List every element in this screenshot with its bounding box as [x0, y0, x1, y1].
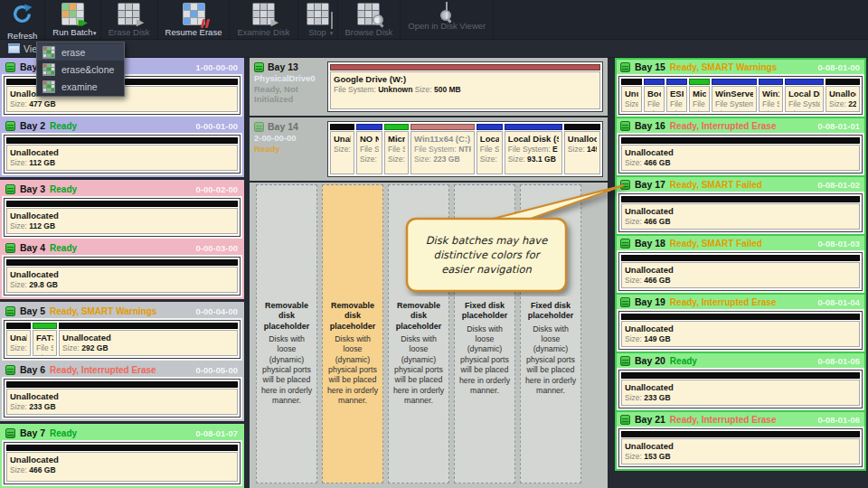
bay-panel-bay-21[interactable]: Bay 21Ready, Interrupted Erase0-08-01-06… [617, 412, 864, 469]
bay-panel-bay-14[interactable]: Bay 142-00-00-00ReadyUnalSize:NO NFile S… [250, 117, 608, 181]
bay-panel-bay-6[interactable]: Bay 6Ready, Interrupted Erase0-00-05-00U… [2, 362, 242, 419]
partition-box[interactable]: UnallocatedSize: 233 GB [621, 380, 860, 406]
partition[interactable]: Local Disk (S:File System: ESize: 93.1 G… [505, 124, 562, 174]
toolbar-button-browse-disk[interactable]: Browse Disk [338, 0, 401, 39]
bay-header[interactable]: Bay 20Ready0-08-01-05 [617, 353, 864, 368]
partition-box[interactable]: UnuSize [621, 86, 642, 112]
toolbar-button-refresh[interactable]: Refresh [0, 0, 45, 39]
partition-box[interactable]: FAT3File SSize: [33, 330, 57, 356]
partition[interactable]: UnallocatedSize: 29.8 GB [6, 259, 238, 293]
partition[interactable]: UnallocatedSize: 466 GB [621, 255, 860, 288]
bay-header[interactable]: Bay 19Ready, Interrupted Erase0-08-01-04 [617, 295, 864, 309]
partition[interactable]: UnalSize: [330, 124, 354, 174]
partition[interactable]: UnallocatedSize: 466 GB [6, 445, 238, 482]
bay-header[interactable]: Bay 18Ready, SMART Failed0-08-01-03 [617, 236, 864, 250]
partition[interactable]: UnallocatedSize: 149 GB [564, 124, 600, 174]
bay-header[interactable]: Bay 6Ready, Interrupted Erase0-00-05-00 [2, 362, 242, 377]
partition-box[interactable]: UnallocatedSize: 149 GB [621, 321, 860, 347]
partition[interactable]: WinServer2File System:Size: 97.1 G [712, 79, 757, 112]
bay-panel-bay-18[interactable]: Bay 18Ready, SMART Failed0-08-01-03Unall… [617, 236, 864, 293]
partition[interactable]: UnallocatedSize: 466 GB [621, 137, 860, 171]
partition[interactable]: ESPFileSize [666, 79, 687, 112]
bay-panel-bay-15[interactable]: Bay 15Ready, SMART Warnings0-08-01-00Unu… [617, 60, 864, 117]
bay-panel-bay-5[interactable]: Bay 5Ready, SMART Warnings0-00-04-00Unal… [2, 304, 242, 361]
partition-box[interactable]: UnallocatedSize: 466 GB [621, 145, 860, 171]
bay-panel-bay-13[interactable]: Bay 13PhysicalDrive0Ready, Not Initializ… [250, 58, 608, 116]
partition[interactable]: UnallocatedSize: 153 GB [621, 431, 860, 465]
partition[interactable]: FAT3File SSize: [33, 323, 57, 356]
partition-box[interactable]: MicFileSize [689, 86, 710, 112]
partition[interactable]: UnallocatedSize: 112 GB [6, 137, 238, 171]
bay-header[interactable]: Bay 21Ready, Interrupted Erase0-08-01-06 [617, 412, 864, 427]
partition-box[interactable]: MicrFile SSize: [384, 131, 409, 174]
partition-box[interactable]: Google Drive (W:)File System: Unknown Si… [330, 71, 600, 109]
partition-box[interactable]: Local Disk (S:File System: ESize: 93.1 G… [505, 131, 562, 174]
partition[interactable]: UnallocatedSize: 466 GB [621, 196, 860, 230]
partition-box[interactable]: UnallocatedSize: 112 GB [6, 208, 238, 234]
toolbar-button-open-in-disk-viewer[interactable]: Open in Disk Viewer [401, 0, 494, 39]
bay-header[interactable]: Bay 4Ready0-00-03-00 [2, 240, 242, 255]
partition-box[interactable]: Win1File SySize: 5 [759, 86, 783, 112]
bay-header[interactable]: Bay 15Ready, SMART Warnings0-08-01-00 [617, 60, 864, 74]
partition-box[interactable]: UnallocatedSize: 233 GB [6, 389, 238, 415]
partition[interactable]: Local DislFile SysterSize: 83.8 [785, 79, 824, 112]
bay-header[interactable]: Bay 7Ready0-08-01-07 [2, 426, 242, 440]
bay-panel-bay-4[interactable]: Bay 4Ready0-00-03-00UnallocatedSize: 29.… [2, 240, 242, 297]
partition[interactable]: MicrFile SSize: [384, 124, 409, 174]
partition-box[interactable]: ESPFileSize [666, 86, 687, 112]
bay-panel-bay-17[interactable]: Bay 17Ready, SMART Failed0-08-01-02Unall… [617, 177, 864, 234]
bay-panel-bay-19[interactable]: Bay 19Ready, Interrupted Erase0-08-01-04… [617, 295, 864, 352]
partition[interactable]: Win11x64 (C:)File System: NTFSSize: 223 … [410, 124, 475, 174]
partition-box[interactable]: UnallocatedSize: 153 GB [621, 438, 860, 465]
partition-box[interactable]: UnallocatedSize: 292 GB [59, 330, 238, 356]
partition[interactable]: UnalSize: [6, 323, 31, 356]
bay-panel-bay-7[interactable]: Bay 7Ready0-08-01-07UnallocatedSize: 466… [2, 426, 242, 486]
partition-box[interactable]: UnalSize: [330, 131, 354, 174]
bay-header[interactable]: Bay 17Ready, SMART Failed0-08-01-02 [617, 177, 864, 192]
partition[interactable]: UnallocatedSize: 226 GB [826, 79, 860, 112]
partition[interactable]: Google Drive (W:)File System: Unknown Si… [330, 64, 600, 109]
partition[interactable]: MicFileSize [689, 79, 710, 112]
toolbar-button-examine-disk[interactable]: Examine Disk [230, 0, 297, 39]
partition[interactable]: UnallocatedSize: 292 GB [59, 323, 238, 356]
bay-header[interactable]: Bay 5Ready, SMART Warnings0-00-04-00 [2, 304, 242, 318]
partition-box[interactable]: UnallocatedSize: 29.8 GB [6, 267, 238, 293]
partition-box[interactable]: Local DislFile SysterSize: 83.8 [785, 86, 824, 112]
partition[interactable]: LocalFile SSize: [476, 124, 503, 174]
partition-box[interactable]: Win11x64 (C:)File System: NTFSSize: 223 … [410, 131, 475, 174]
menu-item-erase-clone[interactable]: erase&clone [37, 61, 124, 78]
partition-box[interactable]: UnallocatedSize: 112 GB [6, 145, 238, 171]
partition-box[interactable]: UnallocatedSize: 466 GB [621, 262, 860, 288]
partition-box[interactable]: LocalFile SSize: [476, 131, 503, 174]
partition-box[interactable]: NO NFile SSize: [356, 131, 382, 174]
toolbar-button-stop[interactable]: Stop [298, 0, 338, 39]
toolbar-button-run-batch[interactable]: Run Batch [45, 0, 100, 39]
partition-box[interactable]: UnallocatedSize: 149 GB [564, 131, 600, 174]
partition[interactable]: UnallocatedSize: 112 GB [6, 201, 238, 234]
partition[interactable]: UnallocatedSize: 233 GB [621, 372, 860, 406]
partition[interactable]: BocFileSize [644, 79, 665, 112]
bay-panel-bay-2[interactable]: Bay 2Ready0-00-01-00UnallocatedSize: 112… [2, 118, 242, 175]
partition-detail-text: Size: [568, 145, 587, 154]
menu-item-erase[interactable]: erase [37, 43, 124, 61]
bay-header[interactable]: Bay 2Ready0-00-01-00 [2, 118, 242, 133]
bay-header[interactable]: Bay 16Ready, Interrupted Erase0-08-01-01 [617, 118, 864, 133]
toolbar-button-resume-erase[interactable]: Resume Erase [158, 0, 231, 39]
partition-box[interactable]: BocFileSize [644, 86, 665, 112]
toolbar-button-erase-disk[interactable]: Erase Disk [101, 0, 158, 39]
partition[interactable]: UnallocatedSize: 149 GB [621, 314, 860, 347]
bay-panel-bay-16[interactable]: Bay 16Ready, Interrupted Erase0-08-01-01… [617, 118, 864, 175]
bay-panel-bay-20[interactable]: Bay 20Ready0-08-01-05UnallocatedSize: 23… [617, 353, 864, 410]
partition[interactable]: NO NFile SSize: [356, 124, 382, 174]
partition[interactable]: Win1File SySize: 5 [759, 79, 783, 112]
partition[interactable]: UnuSize [621, 79, 642, 112]
partition-box[interactable]: UnallocatedSize: 466 GB [621, 203, 860, 230]
partition-box[interactable]: UnallocatedSize: 466 GB [6, 452, 238, 482]
partition[interactable]: UnallocatedSize: 233 GB [6, 381, 238, 415]
bay-panel-bay-3[interactable]: Bay 3Ready0-00-02-00UnallocatedSize: 112… [2, 182, 242, 239]
partition-box[interactable]: UnalSize: [6, 330, 31, 356]
partition-box[interactable]: WinServer2File System:Size: 97.1 G [712, 86, 757, 112]
menu-item-examine[interactable]: examine [37, 78, 124, 95]
partition-box[interactable]: UnallocatedSize: 226 GB [826, 86, 860, 112]
bay-header[interactable]: Bay 3Ready0-00-02-00 [2, 182, 242, 196]
